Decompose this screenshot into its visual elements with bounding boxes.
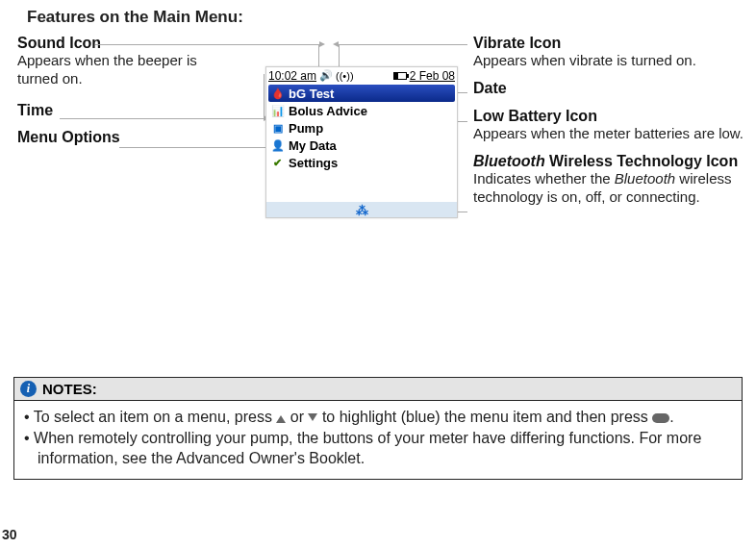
date-label: Date	[473, 80, 756, 97]
page-number: 30	[2, 527, 17, 542]
sound-desc: Appears when the beeper is turned on.	[17, 52, 239, 88]
sound-icon-label: Sound Icon Appears when the beeper is tu…	[17, 35, 239, 88]
note-1-text-a: To select an item on a menu, press	[34, 409, 277, 425]
battery-title: Low Battery Icon	[473, 108, 756, 125]
page-title: Features on the Main Menu:	[27, 8, 743, 27]
notes-header: i NOTES:	[14, 378, 742, 401]
enter-button-icon	[652, 413, 669, 423]
note-2: When remotely controlling your pump, the…	[24, 428, 732, 469]
menu-item-label: bG Test	[289, 87, 334, 101]
arrow-sound	[95, 44, 319, 45]
vibrate-icon-label: Vibrate Icon Appears when vibrate is tur…	[473, 35, 756, 70]
vibrate-desc: Appears when vibrate is turned on.	[473, 52, 756, 70]
bluetooth-title-italic: Bluetooth	[473, 153, 545, 169]
down-arrow-icon	[308, 413, 317, 421]
bolus-icon: 📊	[270, 104, 285, 118]
menu-options-title: Menu Options	[17, 129, 239, 146]
bluetooth-title-rest: Wireless Technology Icon	[545, 153, 739, 169]
bluetooth-desc-prefix: Indicates whether the	[473, 170, 615, 187]
bluetooth-desc: Indicates whether the Bluetooth wireless…	[473, 170, 756, 207]
menu-item-settings[interactable]: ✔ Settings	[268, 154, 455, 171]
notes-box: i NOTES: To select an item on a menu, pr…	[13, 377, 743, 480]
pump-icon: ▣	[270, 121, 285, 136]
menu-item-pump[interactable]: ▣ Pump	[268, 119, 455, 137]
menu-item-bolus[interactable]: 📊 Bolus Advice	[268, 102, 455, 119]
menu-item-label: My Data	[289, 138, 337, 153]
note-1: To select an item on a menu, press or to…	[24, 407, 732, 428]
menu-options-label: Menu Options	[17, 129, 239, 146]
vibrate-title: Vibrate Icon	[473, 35, 756, 52]
menu-item-mydata[interactable]: 👤 My Data	[268, 137, 455, 154]
note-1-text-d: .	[669, 409, 673, 425]
bluetooth-desc-italic: Bluetooth	[615, 170, 675, 187]
note-1-text-b: or	[286, 409, 308, 425]
note-1-text-c: to highlight (blue) the menu item and th…	[317, 409, 652, 425]
device-screen: 10:02 am 🔊 ((•)) 2 Feb 08 🩸 bG Test 📊 Bo…	[265, 66, 458, 218]
bluetooth-title: Bluetooth Wireless Technology Icon	[473, 153, 756, 170]
notes-title: NOTES:	[42, 381, 97, 397]
menu-item-label: Settings	[289, 156, 338, 170]
up-arrow-icon	[276, 415, 286, 423]
sound-icon: 🔊	[319, 69, 333, 82]
device-bottombar: ⁂	[266, 202, 457, 217]
battery-icon-label: Low Battery Icon Appears when the meter …	[473, 108, 756, 143]
arrow-menu-options	[119, 147, 265, 148]
arrow-vibrate	[339, 44, 467, 45]
bluetooth-icon: ⁂	[356, 203, 368, 217]
notes-body: To select an item on a menu, press or to…	[14, 401, 742, 479]
device-menu: 🩸 bG Test 📊 Bolus Advice ▣ Pump 👤 My Dat…	[266, 84, 457, 173]
menu-item-label: Pump	[289, 121, 323, 136]
bluetooth-icon-label: Bluetooth Wireless Technology Icon Indic…	[473, 153, 756, 207]
settings-check-icon: ✔	[270, 156, 285, 170]
device-time: 10:02 am	[268, 69, 316, 83]
time-label: Time	[17, 102, 239, 119]
menu-item-bgtest[interactable]: 🩸 bG Test	[268, 85, 455, 102]
battery-desc: Appears when the meter batteries are low…	[473, 125, 756, 143]
arrow-time	[60, 118, 264, 119]
mydata-icon: 👤	[270, 138, 285, 153]
date-title: Date	[473, 80, 756, 97]
vibrate-icon: ((•))	[336, 70, 354, 82]
diagram-area: Sound Icon Appears when the beeper is tu…	[13, 35, 743, 361]
device-date: 2 Feb 08	[410, 69, 455, 83]
note-2-text: When remotely controlling your pump, the…	[34, 430, 701, 467]
time-title: Time	[17, 102, 239, 119]
battery-icon	[393, 72, 407, 80]
status-bar: 10:02 am 🔊 ((•)) 2 Feb 08	[266, 67, 457, 84]
blood-drop-icon: 🩸	[270, 87, 285, 101]
info-icon: i	[20, 381, 37, 397]
menu-item-label: Bolus Advice	[289, 104, 367, 118]
